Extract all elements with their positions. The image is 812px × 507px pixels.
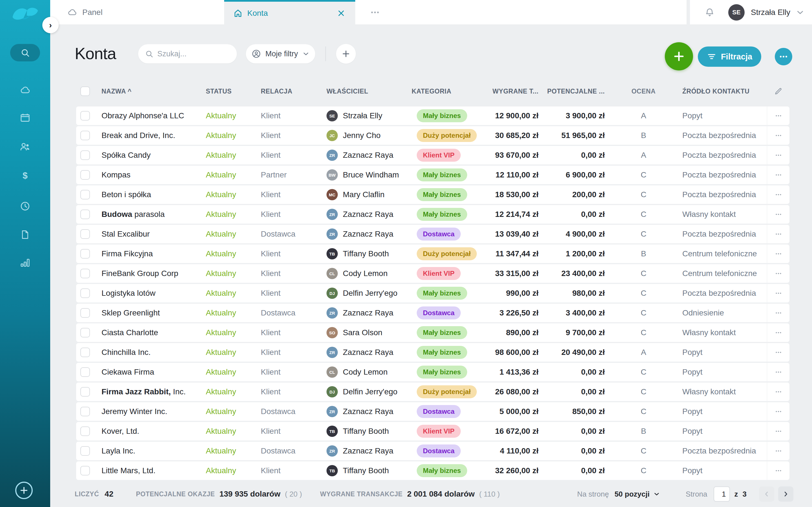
account-row[interactable]: Beton i spółka Aktualny Klient MC Mary C… [76, 185, 790, 204]
row-checkbox[interactable] [80, 288, 90, 298]
column-header-name[interactable]: NAZWA ^ [101, 88, 206, 95]
column-header-source[interactable]: ŹRÓDŁO KONTAKTU [682, 88, 767, 95]
sidebar-item-contacts[interactable] [0, 141, 50, 153]
add-view-button[interactable] [336, 44, 356, 64]
row-menu-button[interactable] [767, 185, 790, 204]
row-checkbox[interactable] [80, 308, 90, 318]
search-input[interactable] [157, 50, 230, 58]
account-row[interactable]: Sklep Greenlight Aktualny Dostawca ZR Za… [76, 304, 790, 322]
account-row[interactable]: Firma Fikcyjna Aktualny Klient TB Tiffan… [76, 244, 790, 263]
app-logo-icon[interactable] [8, 3, 42, 23]
row-checkbox[interactable] [80, 407, 90, 416]
add-account-button[interactable] [665, 42, 693, 70]
row-checkbox[interactable] [80, 466, 90, 475]
user-avatar[interactable]: SE [728, 4, 745, 20]
account-row[interactable]: Ciekawa Firma Aktualny Klient CL Cody Le… [76, 363, 790, 381]
row-menu-button[interactable] [767, 166, 790, 184]
row-checkbox[interactable] [80, 210, 90, 219]
account-row[interactable]: Obrazy Alphonse'a LLC Aktualny Klient SE… [76, 107, 790, 125]
row-menu-button[interactable] [767, 225, 790, 243]
row-menu-button[interactable] [767, 383, 790, 401]
row-menu-button[interactable] [767, 304, 790, 322]
row-checkbox[interactable] [80, 131, 90, 140]
sidebar-item-activities[interactable] [0, 201, 50, 212]
row-menu-button[interactable] [767, 205, 790, 224]
close-icon[interactable] [337, 9, 346, 18]
column-header-relation[interactable]: RELACJA [261, 88, 326, 95]
account-row[interactable]: Layla Inc. Aktualny Dostawca ZR Zaznacz … [76, 442, 790, 460]
account-category: Mały biznes [412, 326, 488, 339]
select-all-checkbox[interactable] [80, 87, 90, 96]
row-checkbox[interactable] [80, 190, 90, 200]
row-menu-button[interactable] [767, 323, 790, 342]
row-menu-button[interactable] [767, 402, 790, 421]
account-row[interactable]: Firma Jazz Rabbit, Inc. Aktualny Klient … [76, 383, 790, 401]
account-row[interactable]: Jeremy Winter Inc. Aktualny Dostawca ZR … [76, 402, 790, 421]
page-number-input[interactable] [714, 487, 730, 502]
column-header-status[interactable]: STATUS [206, 88, 261, 95]
row-menu-button[interactable] [767, 244, 790, 263]
tab-panel[interactable]: Panel [50, 0, 224, 25]
row-checkbox[interactable] [80, 111, 90, 121]
row-checkbox[interactable] [80, 348, 90, 357]
bell-icon[interactable] [704, 7, 715, 18]
row-menu-button[interactable] [767, 126, 790, 145]
account-row[interactable]: Budowa parasola Aktualny Klient ZR Zazna… [76, 205, 790, 224]
row-menu-button[interactable] [767, 442, 790, 460]
column-header-potential[interactable]: POTENCJALNE ... [539, 88, 605, 95]
account-row[interactable]: Logistyka lotów Aktualny Klient DJ Delfi… [76, 284, 790, 302]
row-menu-button[interactable] [767, 107, 790, 125]
row-menu-button[interactable] [767, 343, 790, 362]
per-page-select[interactable]: 50 pozycji [615, 490, 660, 499]
row-menu-button[interactable] [767, 422, 790, 441]
won-amount: 11 347,44 zł [488, 249, 539, 258]
row-checkbox[interactable] [80, 446, 90, 456]
tab-more-button[interactable] [364, 0, 386, 25]
column-header-category[interactable]: KATEGORIA [412, 88, 488, 95]
account-row[interactable]: Kompas Aktualny Partner BW Bruce Windham… [76, 166, 790, 184]
row-menu-button[interactable] [767, 363, 790, 381]
row-checkbox[interactable] [80, 367, 90, 377]
row-menu-button[interactable] [767, 284, 790, 302]
row-checkbox[interactable] [80, 229, 90, 239]
row-checkbox[interactable] [80, 328, 90, 337]
row-menu-button[interactable] [767, 461, 790, 480]
row-checkbox[interactable] [80, 269, 90, 278]
row-checkbox[interactable] [80, 387, 90, 397]
chevron-down-icon[interactable] [795, 8, 805, 17]
sidebar-item-calendar[interactable] [0, 112, 50, 123]
row-checkbox[interactable] [80, 170, 90, 180]
sidebar-expand-button[interactable]: › [42, 17, 59, 33]
more-actions-button[interactable] [775, 48, 792, 65]
prev-page-button[interactable] [759, 487, 774, 502]
account-name: Little Mars, Ltd. [101, 466, 206, 475]
account-row[interactable]: Stal Excalibur Aktualny Dostawca ZR Zazn… [76, 225, 790, 243]
account-row[interactable]: Spółka Candy Aktualny Klient ZR Zaznacz … [76, 146, 790, 165]
column-header-owner[interactable]: WŁAŚCICIEL [326, 88, 412, 95]
sidebar-item-dashboard[interactable] [0, 84, 50, 96]
account-row[interactable]: Break and Drive, Inc. Aktualny Klient JC… [76, 126, 790, 145]
account-row[interactable]: Kover, Ltd. Aktualny Klient TB Tiffany B… [76, 422, 790, 441]
column-header-won[interactable]: WYGRANE T... [488, 88, 539, 95]
row-checkbox[interactable] [80, 427, 90, 436]
account-row[interactable]: Ciasta Charlotte Aktualny Klient SO Sara… [76, 323, 790, 342]
sidebar-item-deals[interactable]: $ [0, 170, 50, 181]
row-menu-button[interactable] [767, 146, 790, 165]
dots-horizontal-icon [774, 407, 783, 416]
next-page-button[interactable] [778, 487, 794, 502]
sidebar-search-button[interactable] [10, 44, 40, 61]
column-header-rating[interactable]: OCENA [605, 88, 682, 95]
row-checkbox[interactable] [80, 151, 90, 160]
sidebar-item-reports[interactable] [0, 257, 50, 268]
account-row[interactable]: Chinchilla Inc. Aktualny Klient ZR Zazna… [76, 343, 790, 362]
my-filters-dropdown[interactable]: Moje filtry [246, 44, 315, 63]
edit-columns-button[interactable] [767, 87, 790, 96]
row-checkbox[interactable] [80, 249, 90, 259]
filter-button[interactable]: Filtracja [698, 47, 761, 67]
account-row[interactable]: Little Mars, Ltd. Aktualny Klient TB Tif… [76, 461, 790, 480]
account-row[interactable]: FineBank Group Corp Aktualny Klient CL C… [76, 264, 790, 283]
tab-konta[interactable]: Konta [224, 0, 355, 25]
sidebar-add-button[interactable] [15, 482, 33, 499]
row-menu-button[interactable] [767, 264, 790, 283]
sidebar-item-documents[interactable] [0, 229, 50, 240]
